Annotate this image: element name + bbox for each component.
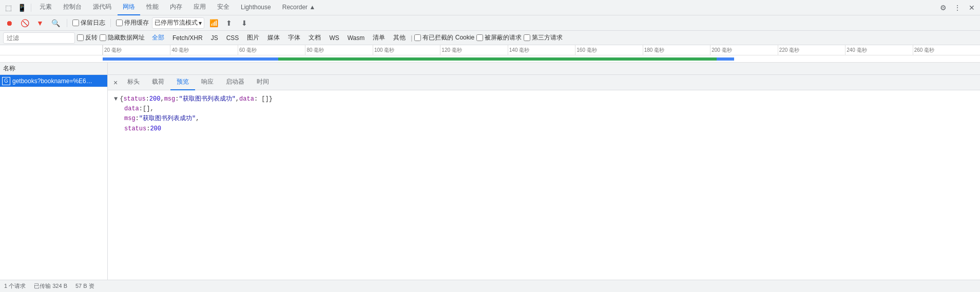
blocked-requests-checkbox[interactable]: 被屏蔽的请求: [476, 33, 522, 42]
tab-elements[interactable]: 元素: [34, 0, 57, 15]
waterfall-area: [0, 55, 980, 63]
blocked-cookies-checkbox[interactable]: 有已拦截的 Cookie: [414, 33, 474, 42]
json-status-field: status : 200: [114, 124, 974, 134]
column-header-name: 名称: [0, 63, 108, 74]
hide-data-urls-label: 隐藏数据网址: [108, 33, 145, 42]
tab-divider: [31, 4, 31, 12]
filter-input[interactable]: [3, 32, 75, 44]
reverse-input[interactable]: [77, 34, 84, 41]
record-button[interactable]: ⏺: [3, 17, 15, 29]
more-icon[interactable]: ⋮: [951, 2, 964, 14]
timeline-header-label: [0, 45, 103, 55]
detail-tab-payload[interactable]: 载荷: [146, 75, 170, 90]
resources-size: 57 B 资: [75, 282, 94, 290]
filter-icon[interactable]: ▼: [34, 17, 46, 29]
ruler-tick: 160 毫秒: [575, 45, 642, 55]
detail-tab-headers[interactable]: 标头: [121, 75, 146, 90]
waterfall-bars: [103, 55, 980, 62]
timeline-ruler-row: 20 毫秒40 毫秒60 毫秒80 毫秒100 毫秒120 毫秒140 毫秒16…: [0, 45, 980, 55]
json-preview-pane: ▼ { status : 200 , msg : "获取图书列表成功" , da…: [108, 90, 980, 138]
wifi-icon[interactable]: 📶: [207, 17, 220, 29]
ruler-tick: 80 毫秒: [305, 45, 372, 55]
summary-arrow[interactable]: ▼: [114, 94, 118, 104]
inspect-icon[interactable]: ⬚: [2, 2, 14, 14]
filter-ws[interactable]: WS: [326, 32, 342, 44]
devtools-tab-bar: ⬚ 📱 元素 控制台 源代码 网络 性能 内存 应用 安全 Lighthouse…: [0, 0, 980, 15]
waterfall-bar-green: [278, 57, 717, 61]
ruler-tick: 220 毫秒: [778, 45, 845, 55]
toolbar-divider-1: [67, 19, 67, 27]
ruler-ticks: 20 毫秒40 毫秒60 毫秒80 毫秒100 毫秒120 毫秒140 毫秒16…: [103, 45, 980, 55]
reverse-checkbox[interactable]: 反转: [77, 33, 98, 42]
throttle-dropdown-icon: ▾: [199, 20, 202, 27]
preserve-log-input[interactable]: [72, 20, 79, 26]
preserve-log-checkbox[interactable]: 保留日志: [72, 18, 105, 27]
msg-key: msg: [124, 114, 136, 124]
ruler-tick: 20 毫秒: [103, 45, 170, 55]
disable-cache-input[interactable]: [116, 20, 123, 26]
json-summary-line: ▼ { status : 200 , msg : "获取图书列表成功" , da…: [114, 94, 974, 104]
filter-fetch-xhr[interactable]: Fetch/XHR: [169, 32, 206, 44]
filter-js[interactable]: JS: [208, 32, 221, 44]
filter-clear[interactable]: 清单: [370, 32, 388, 44]
status-bar: 1 个请求 已传输 324 B 57 B 资: [0, 280, 980, 292]
filter-sep-2: |: [411, 34, 412, 42]
detail-tab-response[interactable]: 响应: [195, 75, 220, 90]
third-party-input[interactable]: [524, 34, 530, 41]
filter-font[interactable]: 字体: [285, 32, 303, 44]
close-devtools-icon[interactable]: ✕: [966, 2, 978, 14]
blocked-cookies-input[interactable]: [414, 34, 421, 41]
tab-network[interactable]: 网络: [118, 0, 140, 15]
status-value: 200: [150, 124, 161, 134]
detail-tab-preview[interactable]: 预览: [170, 75, 195, 90]
filter-all[interactable]: 全部: [149, 32, 167, 44]
ruler-tick: 260 毫秒: [913, 45, 980, 55]
disable-cache-checkbox[interactable]: 停用缓存: [116, 18, 149, 27]
request-row-0[interactable]: G getbooks?bookname=%E6%B8%...: [0, 75, 107, 87]
filter-img[interactable]: 图片: [244, 32, 262, 44]
search-button[interactable]: 🔍: [49, 17, 62, 29]
detail-tab-bar: × 标头 载荷 预览 响应 启动器 时间: [108, 75, 980, 90]
ruler-tick: 180 毫秒: [643, 45, 710, 55]
hide-data-urls-input[interactable]: [100, 34, 106, 41]
request-name-0: getbooks?bookname=%E6%B8%...: [12, 77, 94, 85]
tab-performance[interactable]: 性能: [141, 0, 164, 15]
json-data-field: data : [] ,: [114, 104, 974, 114]
detail-tab-timing[interactable]: 时间: [251, 75, 275, 90]
detail-close-button[interactable]: ×: [110, 77, 121, 88]
devtools-window: ⬚ 📱 元素 控制台 源代码 网络 性能 内存 应用 安全 Lighthouse…: [0, 0, 980, 292]
filter-doc[interactable]: 文档: [305, 32, 324, 44]
settings-icon[interactable]: ⚙: [937, 2, 949, 14]
blocked-requests-input[interactable]: [476, 34, 483, 41]
tab-sources[interactable]: 源代码: [88, 0, 117, 15]
tab-console[interactable]: 控制台: [58, 0, 87, 15]
hide-data-urls-checkbox[interactable]: 隐藏数据网址: [100, 33, 145, 42]
tab-lighthouse[interactable]: Lighthouse: [236, 0, 276, 15]
filter-css[interactable]: CSS: [223, 32, 242, 44]
upload-icon[interactable]: ⬆: [223, 17, 235, 29]
disable-cache-label: 停用缓存: [124, 18, 149, 27]
ruler-tick: 240 毫秒: [845, 45, 912, 55]
ruler-tick: 120 毫秒: [440, 45, 507, 55]
third-party-checkbox[interactable]: 第三方请求: [524, 33, 563, 42]
request-method-icon: G: [2, 77, 10, 85]
split-container: G getbooks?bookname=%E6%B8%... × 标头 载荷 预…: [0, 75, 980, 292]
download-icon[interactable]: ⬇: [238, 17, 251, 29]
tab-memory[interactable]: 内存: [165, 0, 187, 15]
tab-recorder[interactable]: Recorder ▲: [277, 0, 321, 15]
device-icon[interactable]: 📱: [15, 2, 28, 14]
throttle-select[interactable]: 已停用节流模式 ▾: [152, 17, 204, 29]
filter-media[interactable]: 媒体: [264, 32, 283, 44]
detail-pane: × 标头 载荷 预览 响应 启动器 时间 ▼ { status : 200 ,: [108, 75, 980, 292]
blocked-cookies-label: 有已拦截的 Cookie: [422, 33, 474, 42]
json-msg-field: msg : "获取图书列表成功" ,: [114, 114, 974, 124]
filter-other[interactable]: 其他: [390, 32, 409, 44]
clear-button[interactable]: 🚫: [18, 17, 31, 29]
detail-tab-initiator[interactable]: 启动器: [220, 75, 251, 90]
filter-wasm[interactable]: Wasm: [344, 32, 368, 44]
tab-security[interactable]: 安全: [212, 0, 235, 15]
requests-count: 1 个请求: [4, 282, 26, 290]
tab-application[interactable]: 应用: [188, 0, 211, 15]
timeline-ruler: 20 毫秒40 毫秒60 毫秒80 毫秒100 毫秒120 毫秒140 毫秒16…: [103, 45, 980, 55]
summary-status-key: status: [123, 94, 145, 104]
